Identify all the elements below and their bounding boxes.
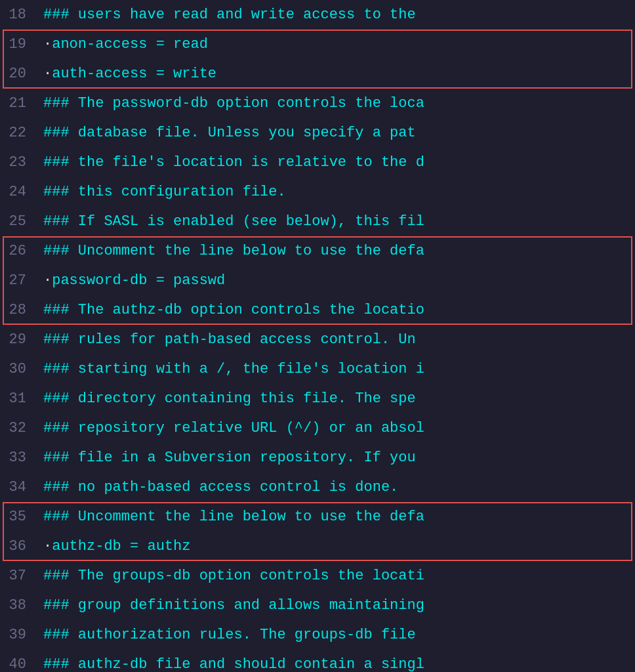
code-lines: 18### users have read and write access t… bbox=[0, 0, 635, 672]
line-content: ### this configuration file. bbox=[38, 177, 635, 207]
table-row: 31### directory containing this file. Th… bbox=[0, 384, 635, 413]
line-number: 40 bbox=[0, 650, 38, 672]
table-row: 25### If SASL is enabled (see below), th… bbox=[0, 207, 635, 236]
table-row: 22### database file. Unless you specify … bbox=[0, 118, 635, 148]
line-content: ### no path-based access control is done… bbox=[38, 472, 635, 502]
line-content: ### The authz-db option controls the loc… bbox=[38, 295, 635, 325]
line-number: 22 bbox=[0, 118, 38, 148]
line-number: 21 bbox=[0, 89, 38, 118]
line-content: ·auth-access = write bbox=[38, 59, 635, 89]
table-row: 30### starting with a /, the file's loca… bbox=[0, 354, 635, 384]
line-content: ### The groups-db option controls the lo… bbox=[38, 561, 635, 591]
line-content: ·password-db = passwd bbox=[38, 266, 635, 295]
line-content: ### The password-db option controls the … bbox=[38, 89, 635, 118]
line-content: ·anon-access = read bbox=[38, 30, 635, 59]
line-number: 30 bbox=[0, 354, 38, 384]
table-row: 28### The authz-db option controls the l… bbox=[0, 295, 635, 325]
table-row: 36·authz-db = authz bbox=[0, 532, 635, 561]
line-number: 33 bbox=[0, 443, 38, 472]
line-content: ### the file's location is relative to t… bbox=[38, 148, 635, 177]
line-number: 35 bbox=[0, 502, 38, 532]
table-row: 20·auth-access = write bbox=[0, 59, 635, 89]
line-content: ### database file. Unless you specify a … bbox=[38, 118, 635, 148]
line-number: 37 bbox=[0, 561, 38, 591]
table-row: 32### repository relative URL (^/) or an… bbox=[0, 413, 635, 443]
line-number: 34 bbox=[0, 472, 38, 502]
line-number: 38 bbox=[0, 591, 38, 620]
line-content: ### Uncomment the line below to use the … bbox=[38, 236, 635, 266]
table-row: 37### The groups-db option controls the … bbox=[0, 561, 635, 591]
table-row: 21### The password-db option controls th… bbox=[0, 89, 635, 118]
line-number: 36 bbox=[0, 532, 38, 561]
table-row: 34### no path-based access control is do… bbox=[0, 472, 635, 502]
table-row: 29### rules for path-based access contro… bbox=[0, 325, 635, 354]
line-content: ### directory containing this file. The … bbox=[38, 384, 635, 413]
line-number: 39 bbox=[0, 620, 38, 650]
table-row: 33### file in a Subversion repository. I… bbox=[0, 443, 635, 472]
line-number: 31 bbox=[0, 384, 38, 413]
table-row: 19·anon-access = read bbox=[0, 30, 635, 59]
table-row: 40### authz-db file and should contain a… bbox=[0, 650, 635, 672]
table-row: 35### Uncomment the line below to use th… bbox=[0, 502, 635, 532]
line-content: ### authorization rules. The groups-db f… bbox=[38, 620, 635, 650]
table-row: 38### group definitions and allows maint… bbox=[0, 591, 635, 620]
line-number: 32 bbox=[0, 413, 38, 443]
line-content: ### rules for path-based access control.… bbox=[38, 325, 635, 354]
line-content: ### group definitions and allows maintai… bbox=[38, 591, 635, 620]
line-number: 19 bbox=[0, 30, 38, 59]
line-content: ### repository relative URL (^/) or an a… bbox=[38, 413, 635, 443]
line-number: 27 bbox=[0, 266, 38, 295]
line-content: ### If SASL is enabled (see below), this… bbox=[38, 207, 635, 236]
code-editor: 18### users have read and write access t… bbox=[0, 0, 635, 672]
table-row: 26### Uncomment the line below to use th… bbox=[0, 236, 635, 266]
line-content: ### users have read and write access to … bbox=[38, 0, 635, 30]
line-number: 24 bbox=[0, 177, 38, 207]
table-row: 27·password-db = passwd bbox=[0, 266, 635, 295]
line-number: 20 bbox=[0, 59, 38, 89]
table-row: 39### authorization rules. The groups-db… bbox=[0, 620, 635, 650]
line-number: 29 bbox=[0, 325, 38, 354]
line-number: 23 bbox=[0, 148, 38, 177]
line-content: ### Uncomment the line below to use the … bbox=[38, 502, 635, 532]
line-number: 25 bbox=[0, 207, 38, 236]
table-row: 23### the file's location is relative to… bbox=[0, 148, 635, 177]
line-content: ### starting with a /, the file's locati… bbox=[38, 354, 635, 384]
line-content: ### authz-db file and should contain a s… bbox=[38, 650, 635, 672]
line-content: ·authz-db = authz bbox=[38, 532, 635, 561]
table-row: 18### users have read and write access t… bbox=[0, 0, 635, 30]
line-number: 28 bbox=[0, 295, 38, 325]
line-number: 18 bbox=[0, 0, 38, 30]
table-row: 24### this configuration file. bbox=[0, 177, 635, 207]
line-content: ### file in a Subversion repository. If … bbox=[38, 443, 635, 472]
line-number: 26 bbox=[0, 236, 38, 266]
